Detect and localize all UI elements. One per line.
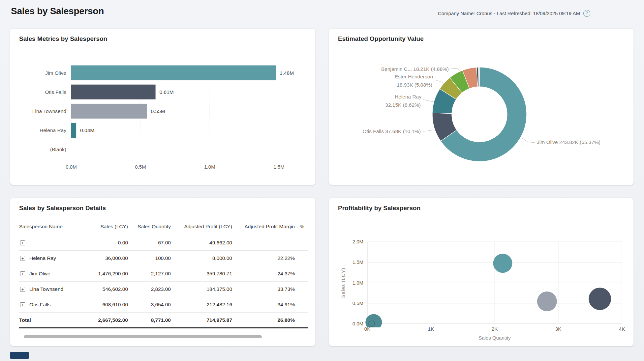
salesperson-name: Otis Falls (29, 302, 51, 308)
donut-label: Helena Ray (395, 94, 421, 99)
bar-jim-olive[interactable] (71, 66, 276, 80)
table-row: +Lina Townsend546,602.002,823.00184,375.… (19, 282, 308, 297)
scatter-y-tick-label: 1.0M (353, 280, 363, 286)
column-header-sales-quantity[interactable]: Sales Quantity (128, 218, 171, 235)
cell-sales: 1,476,290.00 (78, 266, 128, 282)
bar-value-label: 0.61M (160, 89, 174, 95)
bar-category-label: (Blank) (50, 147, 66, 152)
bar-category-label: Helena Ray (40, 127, 66, 133)
total-quantity: 8,771.00 (128, 313, 171, 328)
bubble-jim-olive[interactable] (493, 254, 512, 273)
donut-label: Ester Henderson (395, 74, 433, 79)
donut-callout-line (423, 130, 431, 131)
panel-profitability: Profitability by Salesperson 2.0M1.5M1.0… (329, 198, 634, 346)
scatter-x-axis-title: Sales Quantity (478, 335, 511, 341)
bar-value-label: 0.04M (80, 127, 94, 133)
bar-chart: 0.0M0.5M1.0M1.5MJim Olive1.48MOtis Falls… (10, 29, 316, 185)
details-table-wrap: Salesperson NameSales (LCY)Sales Quantit… (19, 218, 308, 328)
expand-row-button[interactable]: + (20, 240, 25, 245)
cell-profit: -49,662.00 (171, 235, 232, 251)
bar-x-tick-label: 0.5M (135, 164, 146, 170)
cell-margin (232, 235, 295, 251)
bar-category-label: Lina Townsend (32, 108, 66, 114)
expand-row-button[interactable]: + (20, 287, 25, 292)
scatter-y-axis-title: Sales (LCY) (340, 268, 346, 298)
table-horizontal-scrollbar[interactable] (24, 335, 262, 338)
expand-row-button[interactable]: + (20, 271, 25, 276)
cell-margin: 33.73% (232, 282, 295, 297)
donut-label-value: 18.93K (5.08%) (397, 82, 432, 88)
bar-x-tick-label: 1.5M (273, 164, 284, 170)
cell-sales: 546,602.00 (78, 282, 128, 297)
salesperson-name: Lina Townsend (29, 286, 63, 292)
cell-name: + (19, 235, 78, 251)
cell-margin: 24.37% (232, 266, 295, 282)
company-refresh-text: Company Name: Cronus - Last Refreshed: 1… (438, 11, 580, 16)
report-status-bar: Company Name: Cronus - Last Refreshed: 1… (438, 10, 590, 17)
donut-callout-line (522, 138, 535, 143)
cell-name: +Otis Falls (19, 297, 78, 313)
cell-quantity: 3,654.00 (128, 297, 171, 313)
help-icon[interactable]: ? (583, 10, 590, 17)
scatter-y-tick-label: 0.0M (353, 321, 363, 326)
scatter-chart: 2.0M1.5M1.0M0.5M0.0M0K1K2K3K4KSales Quan… (329, 198, 634, 347)
cell-pct (295, 235, 308, 251)
bar-x-tick-label: 0.0M (66, 164, 77, 170)
page-title: Sales by Salesperson (11, 6, 104, 16)
cell-quantity: 2,823.00 (128, 282, 171, 297)
scatter-y-tick-label: 2.0M (353, 239, 363, 244)
table-row: +Jim Olive1,476,290.002,127.00359,780.71… (19, 266, 308, 282)
scatter-y-tick-label: 1.5M (353, 259, 363, 265)
donut-label-value: 32.15K (8.62%) (385, 102, 421, 108)
cell-profit: 212,482.16 (171, 297, 232, 313)
donut-label: Jim Olive 243.82K (65.37%) (537, 139, 600, 145)
bar-lina-townsend[interactable] (71, 104, 147, 119)
cell-sales: 0.00 (78, 235, 128, 251)
bubble-lina-townsend[interactable] (537, 292, 557, 311)
donut-chart: Jim Olive 243.82K (65.37%)Otis Falls 37.… (329, 29, 634, 185)
bubble-otis-falls[interactable] (589, 288, 611, 310)
details-table: Salesperson NameSales (LCY)Sales Quantit… (19, 218, 308, 328)
column-header-adjusted-profit-margin[interactable]: Adjusted Profit Margin (232, 218, 295, 235)
total-label: Total (19, 313, 78, 328)
scatter-x-tick-label: 1K (428, 326, 434, 332)
column-header-pct[interactable]: % (295, 218, 308, 235)
column-header-adjusted-profit-lcy-[interactable]: Adjusted Profit (LCY) (171, 218, 232, 235)
table-row: +0.0067.00-49,662.00 (19, 235, 308, 251)
column-header-sales-lcy-[interactable]: Sales (LCY) (78, 218, 128, 235)
scatter-x-tick-label: 3K (555, 326, 561, 332)
cell-pct (295, 282, 308, 297)
cell-pct (295, 266, 308, 282)
bar-value-label: 0.55M (151, 108, 165, 114)
total-pct (295, 313, 308, 328)
panel-details-table: Sales by Salesperson Details Salesperson… (10, 198, 316, 346)
donut-label: Otis Falls 37.68K (10.1%) (362, 128, 421, 134)
scatter-points-group (365, 254, 611, 330)
cell-quantity: 2,127.00 (128, 266, 171, 282)
column-header-salesperson-name[interactable]: Salesperson Name (19, 218, 78, 235)
cell-sales: 608,610.00 (78, 297, 128, 313)
donut-callout-line (423, 99, 434, 102)
cell-profit: 8,000.00 (171, 251, 232, 266)
bar-helena-ray[interactable] (71, 123, 76, 138)
bar-category-label: Otis Falls (45, 89, 66, 95)
cell-sales: 36,000.00 (78, 251, 128, 266)
bar-value-label: 1.48M (280, 70, 294, 76)
page-scrollbar-thumb[interactable] (10, 352, 29, 359)
total-margin: 26.80% (232, 313, 295, 328)
cell-margin: 34.91% (232, 297, 295, 313)
salesperson-name: Jim Olive (29, 271, 50, 277)
cell-margin: 22.22% (232, 251, 295, 266)
cell-pct (295, 251, 308, 266)
cell-quantity: 100.00 (128, 251, 171, 266)
cell-profit: 184,375.00 (171, 282, 232, 297)
cell-pct (295, 297, 308, 313)
expand-row-button[interactable]: + (20, 256, 25, 261)
table-total-row: Total2,667,502.008,771.00714,975.8726.80… (19, 313, 308, 328)
expand-row-button[interactable]: + (20, 302, 25, 307)
bar-otis-falls[interactable] (71, 85, 156, 99)
bar-x-tick-label: 1.0M (204, 164, 215, 170)
bar-category-label: Jim Olive (45, 70, 66, 76)
cell-name: +Helena Ray (19, 251, 78, 266)
table-title: Sales by Salesperson Details (19, 205, 106, 212)
